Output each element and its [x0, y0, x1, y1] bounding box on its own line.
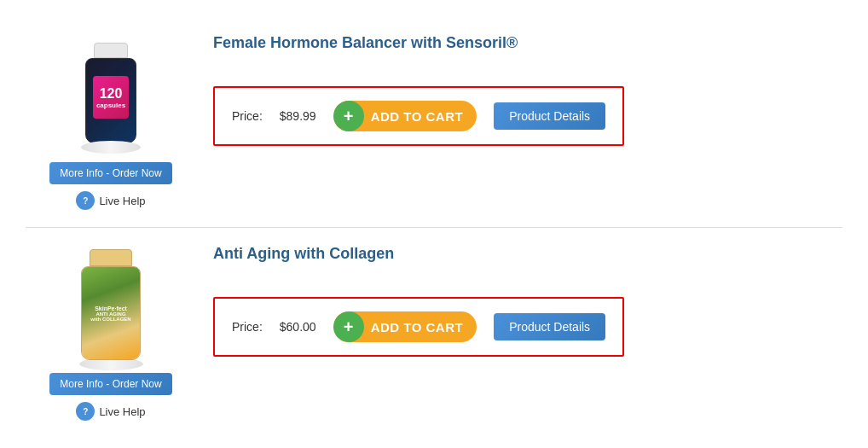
- bottle-number: 120: [100, 86, 123, 102]
- bottle-illustration: 120 capsules: [77, 43, 145, 145]
- product-row: 120 capsules More Info - Order Now ? Liv…: [26, 17, 842, 228]
- price-value: $60.00: [280, 320, 316, 334]
- product-info-col: Anti Aging with Collagen Price: $60.00 +…: [196, 245, 842, 357]
- product-image: 120 capsules: [60, 34, 162, 154]
- bottle-brand: SkinPe·fect: [95, 305, 127, 311]
- price-label: Price:: [232, 109, 263, 123]
- more-info-button[interactable]: More Info - Order Now: [49, 162, 171, 184]
- bottle-body: 120 capsules: [85, 58, 136, 143]
- live-help-label: Live Help: [99, 195, 145, 207]
- bottle-cap: [94, 43, 128, 58]
- bottle-text: capsules: [96, 102, 125, 109]
- bottle-label: SkinPe·fect ANTI AGING with COLLAGEN: [82, 267, 140, 359]
- more-info-button[interactable]: More Info - Order Now: [49, 373, 171, 395]
- product-name: Anti Aging with Collagen: [213, 245, 842, 263]
- bottle-body: SkinPe·fect ANTI AGING with COLLAGEN: [81, 266, 141, 360]
- price-cart-box: Price: $89.99 + ADD TO CART Product Deta…: [213, 86, 624, 146]
- add-to-cart-label: ADD TO CART: [371, 320, 477, 335]
- add-to-cart-button[interactable]: + ADD TO CART: [333, 311, 477, 342]
- product-details-button[interactable]: Product Details: [494, 313, 605, 340]
- bottle-label: 120 capsules: [93, 76, 129, 119]
- bottle-cap: [90, 249, 132, 266]
- bottle-pills: [81, 141, 141, 154]
- live-help-icon: ?: [76, 402, 95, 421]
- cart-plus-icon: +: [333, 101, 364, 131]
- live-help-link[interactable]: ? Live Help: [76, 402, 145, 421]
- product-image-col: 120 capsules More Info - Order Now ? Liv…: [26, 34, 196, 210]
- add-to-cart-label: ADD TO CART: [371, 109, 477, 124]
- add-to-cart-button[interactable]: + ADD TO CART: [333, 101, 477, 131]
- price-label: Price:: [232, 320, 263, 334]
- page-container: 120 capsules More Info - Order Now ? Liv…: [0, 0, 868, 448]
- product-row: SkinPe·fect ANTI AGING with COLLAGEN Mor…: [26, 228, 842, 438]
- cart-plus-icon: +: [333, 311, 364, 342]
- bottle-illustration: SkinPe·fect ANTI AGING with COLLAGEN: [75, 249, 148, 360]
- live-help-label: Live Help: [99, 405, 145, 418]
- price-value: $89.99: [280, 109, 316, 123]
- live-help-link[interactable]: ? Live Help: [76, 191, 145, 210]
- bottle-sub2: with COLLAGEN: [90, 317, 130, 322]
- product-image-col: SkinPe·fect ANTI AGING with COLLAGEN Mor…: [26, 245, 196, 421]
- product-image: SkinPe·fect ANTI AGING with COLLAGEN: [60, 245, 162, 364]
- price-cart-box: Price: $60.00 + ADD TO CART Product Deta…: [213, 297, 624, 357]
- live-help-icon: ?: [76, 191, 95, 210]
- product-details-button[interactable]: Product Details: [494, 102, 605, 130]
- product-name: Female Hormone Balancer with Sensoril®: [213, 34, 842, 52]
- product-info-col: Female Hormone Balancer with Sensoril® P…: [196, 34, 842, 146]
